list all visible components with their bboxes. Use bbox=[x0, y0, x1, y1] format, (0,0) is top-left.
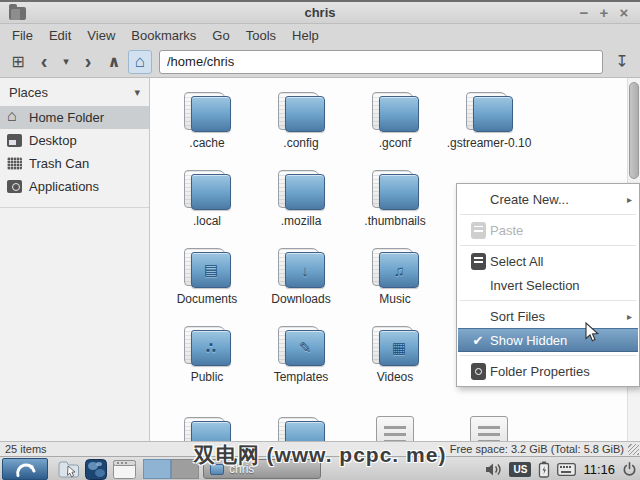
file-item-label: Documents bbox=[161, 293, 253, 306]
file-item-textfile-17[interactable] bbox=[443, 413, 535, 441]
new-tab-button[interactable]: ⊞ bbox=[6, 50, 30, 74]
keyboard-icon[interactable] bbox=[557, 463, 576, 476]
file-item-label: .config bbox=[255, 137, 347, 150]
properties-icon bbox=[471, 363, 486, 380]
web-browser-launcher[interactable] bbox=[84, 458, 108, 480]
menu-separator bbox=[460, 245, 636, 246]
sidebar-item-trash-can[interactable]: Trash Can bbox=[0, 152, 149, 175]
places-header[interactable]: Places ▾ bbox=[0, 78, 149, 106]
menubar-item-view[interactable]: View bbox=[79, 26, 123, 45]
file-item-documents[interactable]: ▤Documents bbox=[161, 244, 253, 306]
lubuntu-logo-icon bbox=[9, 459, 41, 479]
folder-icon bbox=[370, 91, 420, 134]
sidebar-item-desktop[interactable]: Desktop bbox=[0, 129, 149, 152]
file-item-label: .thumbnails bbox=[349, 215, 441, 228]
menu-item-select-all[interactable]: Select All bbox=[458, 249, 638, 273]
file-item-templates[interactable]: ✎Templates bbox=[255, 322, 347, 384]
menubar-item-help[interactable]: Help bbox=[284, 26, 327, 45]
scrollbar-thumb[interactable] bbox=[629, 82, 639, 179]
battery-icon[interactable] bbox=[538, 461, 550, 478]
file-item-textfile-16[interactable] bbox=[349, 413, 441, 441]
file-item-label: .mozilla bbox=[255, 215, 347, 228]
folder-icon bbox=[276, 169, 326, 212]
menubar-item-tools[interactable]: Tools bbox=[238, 26, 284, 45]
menubar-item-edit[interactable]: Edit bbox=[41, 26, 79, 45]
file-item-music[interactable]: ♫Music bbox=[349, 244, 441, 306]
file-item-downloads[interactable]: ↓Downloads bbox=[255, 244, 347, 306]
submenu-arrow-icon: ▸ bbox=[627, 311, 632, 322]
file-item-videos[interactable]: ▦Videos bbox=[349, 322, 441, 384]
menu-item-label: Paste bbox=[490, 223, 523, 238]
app-menu-button[interactable] bbox=[2, 458, 48, 480]
desktop-pager bbox=[143, 459, 199, 479]
file-item-mozilla[interactable]: .mozilla bbox=[255, 166, 347, 228]
file-item-cache[interactable]: .cache bbox=[161, 88, 253, 150]
close-button[interactable]: × bbox=[614, 4, 634, 21]
checkmark-icon: ✔ bbox=[473, 333, 484, 348]
menu-item-folder-properties[interactable]: Folder Properties bbox=[458, 359, 638, 383]
titlebar[interactable]: chris − + × bbox=[0, 0, 640, 24]
menubar-item-file[interactable]: File bbox=[4, 26, 41, 45]
folder-icon bbox=[370, 169, 420, 212]
window-title: chris bbox=[0, 5, 640, 20]
maximize-button[interactable]: + bbox=[594, 4, 614, 21]
keyboard-layout-badge[interactable]: US bbox=[509, 462, 531, 477]
sidebar-item-home-folder[interactable]: Home Folder bbox=[0, 106, 149, 129]
menu-separator bbox=[460, 214, 636, 215]
menu-item-show-hidden[interactable]: ✔Show Hidden bbox=[458, 328, 638, 352]
file-item-label: Templates bbox=[255, 371, 347, 384]
file-item-gconf[interactable]: .gconf bbox=[349, 88, 441, 150]
menu-item-sort-files[interactable]: Sort Files▸ bbox=[458, 304, 638, 328]
trash-icon bbox=[7, 157, 22, 170]
folder-icon bbox=[464, 91, 514, 134]
film-emblem-icon: ▦ bbox=[379, 330, 419, 366]
file-item-label: .cache bbox=[161, 137, 253, 150]
globe-icon bbox=[85, 459, 107, 480]
resize-grip[interactable] bbox=[628, 444, 639, 455]
download-emblem-icon: ↓ bbox=[285, 252, 325, 288]
paste-icon bbox=[471, 222, 486, 239]
history-dropdown-icon[interactable]: ▾ bbox=[58, 50, 74, 74]
menu-separator bbox=[460, 355, 636, 356]
file-manager-launcher[interactable] bbox=[56, 458, 80, 480]
pager-desktop-1[interactable] bbox=[143, 459, 171, 479]
menu-item-invert-selection[interactable]: Invert Selection bbox=[458, 273, 638, 297]
path-input[interactable] bbox=[159, 50, 603, 74]
back-button[interactable]: ‹ bbox=[32, 50, 56, 74]
toolbar: ⊞ ‹ ▾ › ∧ ⌂ ↧ bbox=[0, 46, 640, 78]
task-button-chris[interactable]: chris bbox=[203, 459, 321, 479]
power-icon[interactable] bbox=[622, 462, 637, 477]
menu-item-label: Sort Files bbox=[490, 309, 545, 324]
forward-button[interactable]: › bbox=[76, 50, 100, 74]
jump-to-icon[interactable]: ↧ bbox=[610, 50, 634, 74]
window-icon bbox=[113, 460, 136, 479]
folder-icon: ∴ bbox=[182, 325, 232, 368]
up-button[interactable]: ∧ bbox=[102, 50, 126, 74]
text-file-icon bbox=[376, 416, 414, 441]
menubar-item-bookmarks[interactable]: Bookmarks bbox=[123, 26, 204, 45]
window-list-launcher[interactable] bbox=[112, 458, 136, 480]
file-item-thumbnails[interactable]: .thumbnails bbox=[349, 166, 441, 228]
clock[interactable]: 11:16 bbox=[583, 462, 615, 477]
menu-item-paste[interactable]: Paste bbox=[458, 218, 638, 242]
file-item-folder-14[interactable] bbox=[161, 413, 253, 441]
file-item-label: Music bbox=[349, 293, 441, 306]
chevron-down-icon[interactable]: ▾ bbox=[134, 86, 140, 99]
menu-item-label: Select All bbox=[490, 254, 543, 269]
file-item-config[interactable]: .config bbox=[255, 88, 347, 150]
file-item-public[interactable]: ∴Public bbox=[161, 322, 253, 384]
file-item-local[interactable]: .local bbox=[161, 166, 253, 228]
file-item-folder-15[interactable] bbox=[255, 413, 347, 441]
task-button-label: chris bbox=[229, 462, 254, 476]
menu-item-create-new[interactable]: Create New...▸ bbox=[458, 187, 638, 211]
home-button[interactable]: ⌂ bbox=[128, 50, 152, 74]
minimize-button[interactable]: − bbox=[574, 4, 594, 21]
sidebar-item-applications[interactable]: Applications bbox=[0, 175, 149, 198]
pager-desktop-2[interactable] bbox=[171, 459, 199, 479]
share-emblem-icon: ∴ bbox=[191, 330, 231, 366]
menu-separator bbox=[460, 300, 636, 301]
volume-icon[interactable] bbox=[485, 462, 502, 477]
menu-item-label: Show Hidden bbox=[490, 333, 567, 348]
file-item-gstreamer-0-10[interactable]: .gstreamer-0.10 bbox=[443, 88, 535, 150]
menubar-item-go[interactable]: Go bbox=[204, 26, 237, 45]
